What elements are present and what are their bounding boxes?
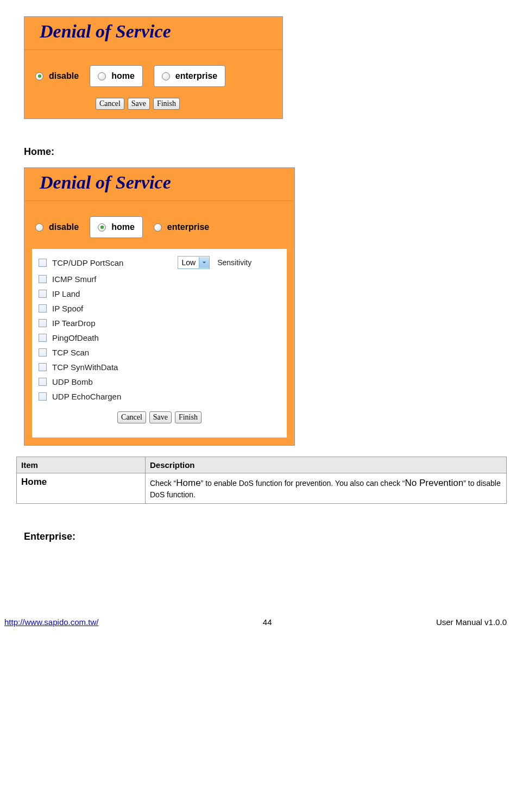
description-table: Item Description Home Check “Home” to en… — [16, 457, 507, 504]
heading-home: Home: — [24, 146, 507, 158]
text: Home — [176, 478, 200, 488]
checkbox-icon — [39, 275, 47, 283]
check-label: TCP SynWithData — [52, 363, 118, 372]
radio-icon — [35, 72, 43, 80]
options-row: disable home enterprise — [24, 201, 294, 241]
table-header-item: Item — [17, 457, 146, 473]
option-enterprise[interactable]: enterprise — [154, 222, 209, 232]
check-row[interactable]: TCP Scan — [39, 345, 280, 360]
check-row[interactable]: IP Spoof — [39, 301, 280, 316]
option-label: home — [111, 222, 135, 232]
sensitivity-dropdown[interactable]: Low — [178, 256, 210, 269]
chevron-down-icon — [199, 257, 209, 268]
table-header-description: Description — [146, 457, 507, 473]
check-row[interactable]: IP TearDrop — [39, 316, 280, 330]
text: No Prevention — [405, 478, 464, 488]
radio-icon — [154, 223, 162, 232]
save-button[interactable]: Save — [149, 411, 172, 423]
table-cell-item: Home — [17, 473, 146, 504]
finish-button[interactable]: Finish — [153, 98, 180, 110]
check-row[interactable]: UDP Bomb — [39, 374, 280, 389]
footer-url[interactable]: http://www.sapido.com.tw/ — [4, 617, 98, 627]
option-home[interactable]: home — [90, 216, 143, 238]
checkbox-icon — [39, 392, 47, 401]
option-disable[interactable]: disable — [35, 222, 79, 232]
page-footer: http://www.sapido.com.tw/ 44 User Manual… — [4, 552, 507, 627]
option-disable[interactable]: disable — [35, 71, 79, 81]
check-label: UDP Bomb — [52, 377, 93, 386]
option-home[interactable]: home — [90, 65, 143, 87]
check-row[interactable]: IP Land — [39, 286, 280, 301]
check-row[interactable]: UDP EchoChargen — [39, 389, 280, 404]
check-label: IP Land — [52, 289, 80, 298]
footer-manual-version: User Manual v1.0.0 — [436, 617, 507, 627]
cancel-button[interactable]: Cancel — [117, 411, 146, 423]
panel-title: Denial of Service — [24, 17, 282, 50]
footer-page-number: 44 — [263, 617, 272, 627]
dos-panel-disable: Denial of Service disable home enterpris… — [24, 16, 283, 119]
option-label: enterprise — [167, 222, 209, 232]
options-row: disable home enterprise — [24, 50, 282, 90]
finish-button[interactable]: Finish — [175, 411, 202, 423]
option-label: disable — [49, 222, 79, 232]
check-label: PingOfDeath — [52, 333, 99, 342]
checkbox-icon — [39, 348, 47, 357]
table-cell-description: Check “Home” to enable DoS function for … — [146, 473, 507, 504]
radio-icon — [162, 72, 170, 80]
checkbox-icon — [39, 363, 47, 371]
dos-panel-home: Denial of Service disable home enterpris… — [24, 167, 295, 446]
checkbox-area: TCP/UDP PortScan Low Sensitivity ICMP Sm… — [32, 249, 287, 438]
check-row-portscan[interactable]: TCP/UDP PortScan Low Sensitivity — [39, 253, 280, 272]
option-enterprise[interactable]: enterprise — [154, 65, 225, 87]
check-label: ICMP Smurf — [52, 274, 96, 284]
button-row: Cancel Save Finish — [24, 90, 282, 118]
cancel-button[interactable]: Cancel — [96, 98, 124, 110]
table-row: Home Check “Home” to enable DoS function… — [17, 473, 507, 504]
radio-icon — [98, 72, 106, 80]
checkbox-icon — [39, 304, 47, 313]
check-label: IP TearDrop — [52, 318, 96, 328]
option-label: disable — [49, 71, 79, 81]
radio-icon — [98, 223, 106, 232]
radio-icon — [35, 223, 43, 232]
check-label: UDP EchoChargen — [52, 392, 121, 401]
check-label: TCP Scan — [52, 348, 89, 357]
sensitivity-label: Sensitivity — [217, 258, 251, 267]
button-row: Cancel Save Finish — [39, 404, 280, 432]
text: Check “ — [150, 479, 176, 488]
option-label: enterprise — [175, 71, 217, 81]
checkbox-icon — [39, 319, 47, 327]
text: ” to enable DoS function for prevention.… — [201, 479, 405, 488]
check-row[interactable]: PingOfDeath — [39, 330, 280, 345]
check-label: TCP/UDP PortScan — [52, 258, 123, 267]
option-label: home — [111, 71, 135, 81]
heading-enterprise: Enterprise: — [24, 531, 507, 542]
check-label: IP Spoof — [52, 304, 83, 313]
checkbox-icon — [39, 259, 47, 267]
check-row[interactable]: TCP SynWithData — [39, 360, 280, 374]
checkbox-icon — [39, 334, 47, 342]
save-button[interactable]: Save — [128, 98, 150, 110]
check-row[interactable]: ICMP Smurf — [39, 272, 280, 286]
checkbox-icon — [39, 290, 47, 298]
dropdown-value: Low — [181, 258, 196, 267]
checkbox-icon — [39, 378, 47, 386]
panel-title: Denial of Service — [24, 168, 294, 201]
